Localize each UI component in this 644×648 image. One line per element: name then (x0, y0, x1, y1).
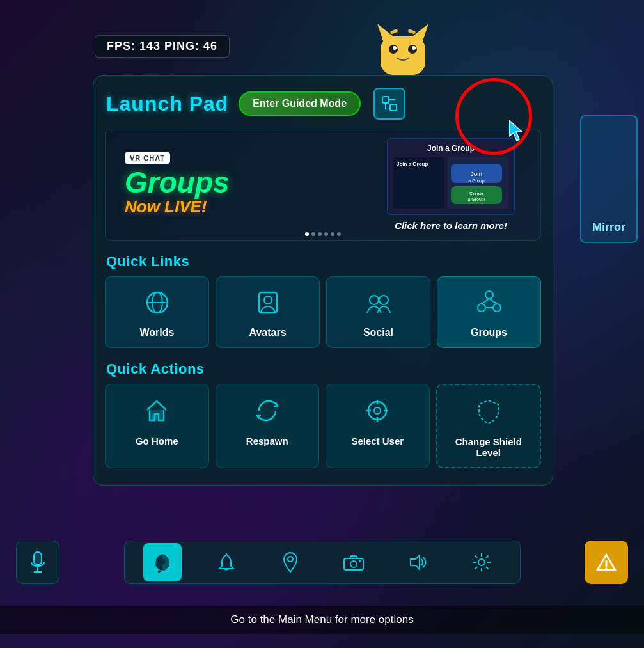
banner[interactable]: VR CHAT Groups Now LIVE! Join a Group (105, 129, 541, 241)
warning-button[interactable] (585, 541, 628, 584)
mirror-label: Mirror (592, 221, 625, 234)
taskbar-camera-button[interactable] (334, 543, 373, 581)
avatars-icon (254, 288, 282, 320)
vrchat-logo: VR CHAT (125, 152, 170, 164)
taskbar-audio-button[interactable] (398, 543, 437, 581)
fps-ping-bar: FPS: 143 PING: 46 (95, 35, 230, 58)
guided-mode-button[interactable]: Enter Guided Mode (239, 91, 361, 116)
mic-button[interactable] (16, 541, 59, 584)
svg-rect-11 (390, 104, 397, 111)
social-icon (365, 288, 393, 320)
svg-text:a Group!: a Group! (467, 197, 485, 202)
quick-link-social[interactable]: Social (326, 276, 430, 348)
quick-actions-header: Quick Actions (93, 357, 553, 384)
quick-action-respawn[interactable]: Respawn (216, 384, 320, 468)
dot-2 (311, 232, 315, 236)
social-label: Social (363, 327, 393, 338)
taskbar (16, 541, 628, 584)
tooltip-text: Go to the Main Menu for more options (230, 613, 413, 626)
taskbar-settings-button[interactable] (462, 543, 501, 581)
respawn-icon (253, 396, 282, 429)
quick-action-go-home[interactable]: Go Home (105, 384, 209, 468)
svg-point-51 (350, 561, 357, 567)
go-home-label: Go Home (136, 436, 178, 446)
svg-point-55 (606, 567, 608, 569)
quick-action-shield[interactable]: Change Shield Level (436, 384, 542, 468)
svg-text:Join: Join (471, 171, 483, 177)
svg-rect-2 (381, 36, 425, 75)
banner-dots (305, 232, 341, 236)
svg-rect-37 (152, 414, 157, 420)
svg-line-35 (489, 299, 497, 304)
svg-rect-8 (407, 29, 416, 35)
quick-link-avatars[interactable]: Avatars (216, 276, 320, 348)
svg-rect-10 (382, 97, 389, 103)
avatars-label: Avatars (249, 327, 286, 338)
svg-point-49 (288, 557, 293, 562)
select-user-label: Select User (351, 436, 404, 446)
svg-point-32 (478, 304, 485, 312)
dot-6 (337, 232, 341, 236)
worlds-label: Worlds (140, 327, 175, 338)
shield-icon (474, 397, 503, 430)
quick-links-header: Quick Links (93, 249, 553, 276)
quick-link-groups[interactable]: Groups (437, 276, 541, 348)
svg-point-38 (368, 402, 386, 420)
expand-button[interactable] (373, 88, 405, 120)
launch-pad-panel: Launch Pad Enter Guided Mode VR CHAT Gro… (93, 75, 553, 486)
quick-action-select-user[interactable]: Select User (326, 384, 430, 468)
taskbar-notifications-button[interactable] (207, 543, 246, 581)
fps-ping-text: FPS: 143 PING: 46 (107, 40, 217, 52)
svg-point-6 (412, 46, 416, 50)
groups-icon (475, 288, 503, 320)
svg-point-30 (379, 296, 388, 304)
bottom-tooltip: Go to the Main Menu for more options (0, 606, 644, 634)
respawn-label: Respawn (246, 436, 288, 446)
shield-label: Change Shield Level (444, 436, 534, 458)
dot-5 (331, 232, 334, 236)
panel-title: Launch Pad (106, 92, 228, 116)
groups-label: Groups (471, 327, 507, 338)
svg-point-5 (393, 46, 397, 50)
select-user-icon (363, 396, 392, 429)
mirror-panel[interactable]: Mirror (580, 115, 638, 243)
dot-3 (318, 232, 322, 236)
go-home-icon (142, 396, 171, 429)
banner-screenshot: Join a Group Create a Group! Join a Grou… (387, 138, 515, 215)
worlds-icon (143, 288, 171, 320)
svg-line-34 (482, 299, 489, 304)
quick-link-worlds[interactable]: Worlds (105, 276, 209, 348)
svg-text:Create: Create (469, 191, 483, 196)
svg-point-39 (374, 407, 381, 414)
dot-1 (305, 232, 309, 236)
svg-text:a Group: a Group (468, 178, 484, 184)
now-live-text: Now LIVE! (125, 197, 355, 217)
mascot-cat (371, 14, 435, 78)
svg-text:Join a Group: Join a Group (397, 161, 428, 167)
groups-title: Groups (125, 168, 355, 197)
svg-point-29 (370, 296, 379, 304)
svg-rect-7 (390, 29, 398, 35)
taskbar-center (124, 541, 521, 584)
quick-links-grid: Worlds Avatars Social (93, 276, 553, 357)
svg-point-53 (478, 559, 485, 565)
svg-point-33 (493, 304, 501, 312)
svg-rect-44 (34, 552, 42, 565)
taskbar-launch-button[interactable] (143, 543, 182, 581)
quick-actions-grid: Go Home Respawn (93, 384, 553, 472)
panel-header: Launch Pad Enter Guided Mode (93, 76, 553, 129)
svg-point-31 (485, 291, 493, 299)
svg-point-28 (264, 296, 272, 304)
dot-4 (324, 232, 328, 236)
taskbar-location-button[interactable] (271, 543, 310, 581)
banner-cta: Click here to learn more! (395, 220, 507, 231)
svg-point-47 (160, 559, 165, 564)
svg-point-52 (359, 560, 361, 562)
